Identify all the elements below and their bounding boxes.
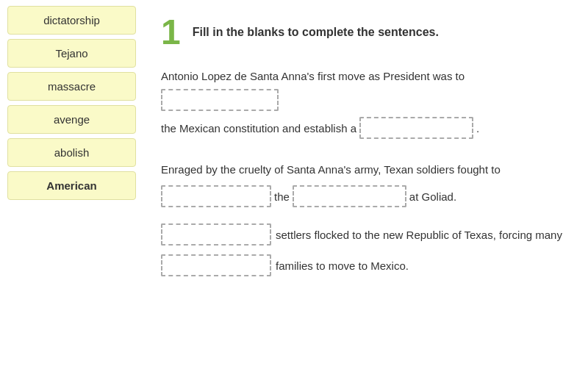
blank-2b[interactable]: [293, 185, 406, 207]
word-card-avenge[interactable]: avenge: [7, 105, 136, 134]
word-card-dictatorship[interactable]: dictatorship: [7, 6, 136, 35]
blank-2a[interactable]: [161, 185, 271, 207]
sentence-1-line2-before: the Mexican constitution and establish a: [161, 118, 356, 138]
sentence-1-line2: the Mexican constitution and establish a…: [161, 117, 570, 139]
sentence-1-line1: Antonio Lopez de Santa Anna's first move…: [161, 66, 570, 111]
sentence-3-row1: settlers flocked to the new Republic of …: [161, 223, 570, 246]
word-card-tejano[interactable]: Tejano: [7, 39, 136, 68]
sentence-3-row2: families to move to Mexico.: [161, 254, 570, 276]
word-bank: dictatorship Tejano massacre avenge abol…: [0, 0, 143, 369]
sentence-2-after: at Goliad.: [409, 187, 456, 207]
sentence-2-line2: the at Goliad.: [161, 185, 570, 207]
sentence-2-block: Enraged by the cruelty of Santa Anna's a…: [161, 160, 570, 207]
sentence-3-block: settlers flocked to the new Republic of …: [161, 223, 570, 276]
question-header: 1 Fill in the blanks to complete the sen…: [161, 15, 570, 50]
word-card-massacre[interactable]: massacre: [7, 72, 136, 101]
sentence-3-row1-after: settlers flocked to the new Republic of …: [276, 229, 562, 241]
blank-1a[interactable]: [161, 89, 279, 111]
blank-3b[interactable]: [161, 254, 271, 276]
blank-1b[interactable]: [359, 117, 473, 139]
word-card-abolish[interactable]: abolish: [7, 138, 136, 167]
sentence-3-row2-after: families to move to Mexico.: [276, 259, 409, 272]
sentence-1-block: Antonio Lopez de Santa Anna's first move…: [161, 66, 570, 139]
question-instruction: Fill in the blanks to complete the sente…: [193, 26, 439, 39]
question-number: 1: [161, 15, 181, 50]
sentence-2-before: Enraged by the cruelty of Santa Anna's a…: [161, 160, 501, 179]
sentence-2-line1: Enraged by the cruelty of Santa Anna's a…: [161, 160, 570, 179]
sentence-1-line2-after: .: [476, 118, 479, 138]
sentence-2-mid: the: [274, 187, 290, 207]
word-card-american[interactable]: American: [7, 171, 136, 200]
blank-3a[interactable]: [161, 223, 271, 246]
main-content: 1 Fill in the blanks to complete the sen…: [143, 0, 588, 369]
sentence-1-text-before: Antonio Lopez de Santa Anna's first move…: [161, 66, 465, 86]
